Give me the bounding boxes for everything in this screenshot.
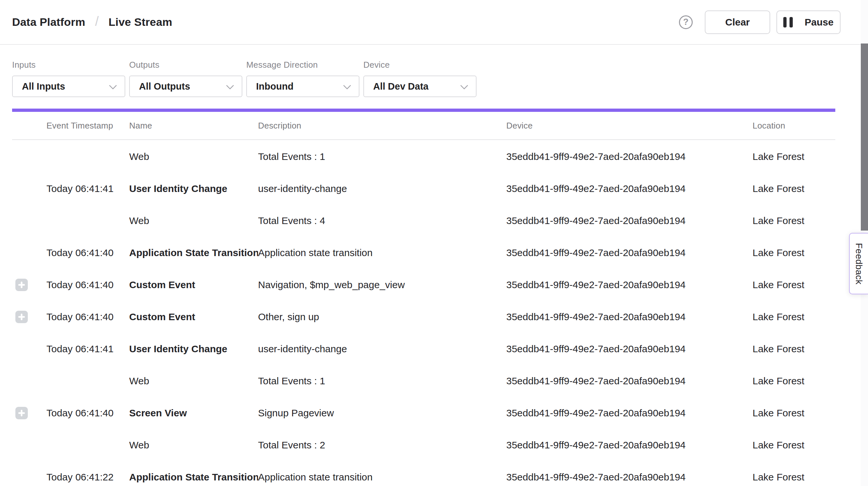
filter-device: Device All Dev Data <box>363 60 476 97</box>
message-direction-dropdown[interactable]: Inbound <box>246 75 360 97</box>
chevron-down-icon <box>109 82 117 89</box>
event-description-cell: Signup Pageview <box>258 407 506 419</box>
event-name-cell: User Identity Change <box>129 343 258 355</box>
event-device-cell: 35eddb41-9ff9-49e2-7aed-20afa90eb194 <box>506 183 752 194</box>
filter-outputs: Outputs All Outputs <box>129 60 242 97</box>
table-header: Event Timestamp Name Description Device … <box>12 112 835 140</box>
filter-message-direction-label: Message Direction <box>246 60 360 70</box>
device-dropdown[interactable]: All Dev Data <box>363 75 476 97</box>
column-header-description: Description <box>258 121 506 131</box>
event-location-cell: Lake Forest <box>752 183 835 194</box>
table-row[interactable]: Today 06:41:40 Application State Transit… <box>12 237 835 269</box>
table-row[interactable]: Web Total Events : 1 35eddb41-9ff9-49e2-… <box>12 365 835 397</box>
event-name-cell: Web <box>129 215 258 226</box>
event-description-cell: user-identity-change <box>258 183 506 194</box>
event-description-cell: Application state transition <box>258 472 506 483</box>
expand-row-icon[interactable] <box>16 311 28 323</box>
event-description-cell: Navigation, $mp_web_page_view <box>258 279 506 291</box>
event-device-cell: 35eddb41-9ff9-49e2-7aed-20afa90eb194 <box>506 472 752 483</box>
breadcrumb-separator-icon: / <box>95 14 99 29</box>
filters-section: Inputs All Inputs Outputs All Outputs Me… <box>0 45 868 97</box>
column-header-event-timestamp: Event Timestamp <box>46 121 129 131</box>
event-name-cell: Screen View <box>129 407 258 419</box>
table-row[interactable]: Web Total Events : 2 35eddb41-9ff9-49e2-… <box>12 429 835 461</box>
table-row[interactable]: Web Total Events : 1 35eddb41-9ff9-49e2-… <box>12 141 835 173</box>
filter-device-label: Device <box>363 60 476 70</box>
table-row[interactable]: Web Total Events : 4 35eddb41-9ff9-49e2-… <box>12 205 835 237</box>
event-device-cell: 35eddb41-9ff9-49e2-7aed-20afa90eb194 <box>506 375 752 387</box>
event-location-cell: Lake Forest <box>752 311 835 323</box>
pause-button[interactable]: Pause <box>776 10 840 34</box>
table-row[interactable]: Today 06:41:40 Custom Event Navigation, … <box>12 269 835 301</box>
scrollbar-thumb[interactable] <box>861 43 868 231</box>
chevron-down-icon <box>460 82 468 89</box>
event-description-cell: Total Events : 2 <box>258 439 506 451</box>
event-name-cell: User Identity Change <box>129 183 258 194</box>
chevron-down-icon <box>226 82 234 89</box>
event-device-cell: 35eddb41-9ff9-49e2-7aed-20afa90eb194 <box>506 407 752 419</box>
event-device-cell: 35eddb41-9ff9-49e2-7aed-20afa90eb194 <box>506 311 752 323</box>
accent-divider <box>12 109 835 112</box>
pause-button-label: Pause <box>805 17 833 28</box>
table-row[interactable]: Today 06:41:40 Screen View Signup Pagevi… <box>12 397 835 429</box>
event-name-cell: Web <box>129 151 258 162</box>
event-name-cell: Application State Transition <box>129 472 258 483</box>
event-description-cell: Other, sign up <box>258 311 506 323</box>
event-location-cell: Lake Forest <box>752 407 835 419</box>
table-row[interactable]: Today 06:41:41 User Identity Change user… <box>12 333 835 365</box>
chevron-down-icon <box>343 82 351 89</box>
event-name-cell: Custom Event <box>129 279 258 291</box>
event-timestamp-cell: Today 06:41:40 <box>46 311 129 323</box>
event-name-cell: Web <box>129 375 258 387</box>
event-description-cell: Total Events : 1 <box>258 375 506 387</box>
event-timestamp-cell: Today 06:41:40 <box>46 279 129 291</box>
inputs-dropdown[interactable]: All Inputs <box>12 75 125 97</box>
device-dropdown-value: All Dev Data <box>373 81 428 92</box>
event-timestamp-cell: Today 06:41:41 <box>46 183 129 194</box>
event-location-cell: Lake Forest <box>752 343 835 355</box>
column-header-device: Device <box>506 121 752 131</box>
event-location-cell: Lake Forest <box>752 439 835 451</box>
pause-icon <box>783 17 793 28</box>
help-icon[interactable]: ? <box>679 16 693 29</box>
event-location-cell: Lake Forest <box>752 472 835 483</box>
event-timestamp-cell: Today 06:41:40 <box>46 407 129 419</box>
column-header-location: Location <box>752 121 835 131</box>
event-location-cell: Lake Forest <box>752 375 835 387</box>
filter-inputs: Inputs All Inputs <box>12 60 125 97</box>
event-name-cell: Application State Transition <box>129 247 258 259</box>
expand-row-icon[interactable] <box>16 279 28 291</box>
event-location-cell: Lake Forest <box>752 215 835 226</box>
event-description-cell: Total Events : 4 <box>258 215 506 226</box>
event-device-cell: 35eddb41-9ff9-49e2-7aed-20afa90eb194 <box>506 279 752 291</box>
topbar: Data Platform / Live Stream ? Clear Paus… <box>0 0 868 45</box>
clear-button[interactable]: Clear <box>705 10 770 34</box>
event-device-cell: 35eddb41-9ff9-49e2-7aed-20afa90eb194 <box>506 151 752 162</box>
expand-row-icon[interactable] <box>16 407 28 419</box>
event-device-cell: 35eddb41-9ff9-49e2-7aed-20afa90eb194 <box>506 215 752 226</box>
event-device-cell: 35eddb41-9ff9-49e2-7aed-20afa90eb194 <box>506 343 752 355</box>
table-row[interactable]: Today 06:41:40 Custom Event Other, sign … <box>12 301 835 333</box>
feedback-tab[interactable]: Feedback <box>849 233 868 294</box>
event-location-cell: Lake Forest <box>752 279 835 291</box>
table-row[interactable]: Today 06:41:41 User Identity Change user… <box>12 173 835 205</box>
filter-message-direction: Message Direction Inbound <box>246 60 360 97</box>
event-timestamp-cell: Today 06:41:22 <box>46 472 129 483</box>
breadcrumb: Data Platform / Live Stream <box>12 15 173 29</box>
event-location-cell: Lake Forest <box>752 247 835 259</box>
filter-inputs-label: Inputs <box>12 60 125 70</box>
event-location-cell: Lake Forest <box>752 151 835 162</box>
outputs-dropdown[interactable]: All Outputs <box>129 75 242 97</box>
event-description-cell: Total Events : 1 <box>258 151 506 162</box>
outputs-dropdown-value: All Outputs <box>139 81 190 92</box>
event-name-cell: Web <box>129 439 258 451</box>
event-name-cell: Custom Event <box>129 311 258 323</box>
breadcrumb-data-platform[interactable]: Data Platform <box>12 16 85 28</box>
message-direction-dropdown-value: Inbound <box>256 81 293 92</box>
topbar-actions: ? Clear Pause <box>679 10 840 34</box>
event-device-cell: 35eddb41-9ff9-49e2-7aed-20afa90eb194 <box>506 439 752 451</box>
column-header-name: Name <box>129 121 258 131</box>
event-table-body: Web Total Events : 1 35eddb41-9ff9-49e2-… <box>12 141 835 486</box>
filter-outputs-label: Outputs <box>129 60 242 70</box>
table-row[interactable]: Today 06:41:22 Application State Transit… <box>12 461 835 486</box>
